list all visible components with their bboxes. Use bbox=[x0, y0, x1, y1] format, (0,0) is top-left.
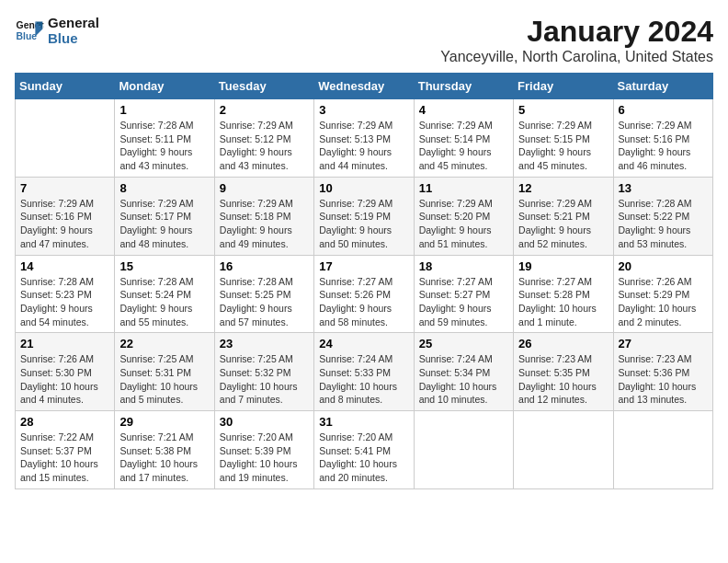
day-number: 5 bbox=[518, 103, 608, 117]
day-info: Sunrise: 7:29 AM Sunset: 5:21 PM Dayligh… bbox=[518, 197, 608, 251]
day-info: Sunrise: 7:26 AM Sunset: 5:29 PM Dayligh… bbox=[619, 275, 708, 329]
day-cell: 17Sunrise: 7:27 AM Sunset: 5:26 PM Dayli… bbox=[314, 255, 414, 333]
day-number: 14 bbox=[20, 259, 109, 273]
day-info: Sunrise: 7:28 AM Sunset: 5:24 PM Dayligh… bbox=[119, 275, 209, 329]
day-info: Sunrise: 7:29 AM Sunset: 5:12 PM Dayligh… bbox=[220, 119, 309, 173]
day-cell: 20Sunrise: 7:26 AM Sunset: 5:29 PM Dayli… bbox=[613, 255, 712, 333]
day-cell: 21Sunrise: 7:26 AM Sunset: 5:30 PM Dayli… bbox=[16, 333, 115, 411]
day-cell bbox=[613, 411, 712, 489]
week-row-4: 21Sunrise: 7:26 AM Sunset: 5:30 PM Dayli… bbox=[16, 333, 713, 411]
day-number: 1 bbox=[119, 103, 209, 117]
day-cell: 29Sunrise: 7:21 AM Sunset: 5:38 PM Dayli… bbox=[115, 411, 214, 489]
logo-line1: General bbox=[48, 15, 99, 30]
day-cell: 18Sunrise: 7:27 AM Sunset: 5:27 PM Dayli… bbox=[414, 255, 513, 333]
header-cell-monday: Monday bbox=[115, 74, 214, 99]
day-number: 18 bbox=[419, 259, 508, 273]
day-cell: 11Sunrise: 7:29 AM Sunset: 5:20 PM Dayli… bbox=[414, 177, 513, 255]
day-cell: 16Sunrise: 7:28 AM Sunset: 5:25 PM Dayli… bbox=[214, 255, 313, 333]
subtitle: Yanceyville, North Carolina, United Stat… bbox=[440, 49, 713, 65]
day-number: 8 bbox=[119, 181, 209, 195]
day-cell: 14Sunrise: 7:28 AM Sunset: 5:23 PM Dayli… bbox=[16, 255, 115, 333]
day-info: Sunrise: 7:29 AM Sunset: 5:14 PM Dayligh… bbox=[419, 119, 508, 173]
week-row-1: 1Sunrise: 7:28 AM Sunset: 5:11 PM Daylig… bbox=[16, 99, 713, 178]
day-cell: 5Sunrise: 7:29 AM Sunset: 5:15 PM Daylig… bbox=[514, 99, 613, 178]
header-cell-tuesday: Tuesday bbox=[214, 74, 313, 99]
day-cell: 22Sunrise: 7:25 AM Sunset: 5:31 PM Dayli… bbox=[115, 333, 214, 411]
day-info: Sunrise: 7:26 AM Sunset: 5:30 PM Dayligh… bbox=[20, 352, 109, 407]
day-cell: 4Sunrise: 7:29 AM Sunset: 5:14 PM Daylig… bbox=[414, 99, 513, 178]
day-info: Sunrise: 7:23 AM Sunset: 5:35 PM Dayligh… bbox=[518, 352, 608, 407]
day-number: 31 bbox=[319, 415, 408, 429]
day-cell: 23Sunrise: 7:25 AM Sunset: 5:32 PM Dayli… bbox=[214, 333, 313, 411]
week-row-3: 14Sunrise: 7:28 AM Sunset: 5:23 PM Dayli… bbox=[16, 255, 713, 333]
day-info: Sunrise: 7:25 AM Sunset: 5:31 PM Dayligh… bbox=[119, 352, 209, 407]
day-info: Sunrise: 7:29 AM Sunset: 5:16 PM Dayligh… bbox=[20, 197, 109, 251]
day-cell: 1Sunrise: 7:28 AM Sunset: 5:11 PM Daylig… bbox=[115, 99, 214, 178]
day-cell: 28Sunrise: 7:22 AM Sunset: 5:37 PM Dayli… bbox=[16, 411, 115, 489]
header-cell-sunday: Sunday bbox=[16, 74, 115, 99]
day-info: Sunrise: 7:28 AM Sunset: 5:11 PM Dayligh… bbox=[119, 119, 209, 173]
day-info: Sunrise: 7:29 AM Sunset: 5:18 PM Dayligh… bbox=[220, 197, 309, 251]
day-info: Sunrise: 7:24 AM Sunset: 5:33 PM Dayligh… bbox=[319, 352, 408, 407]
day-number: 16 bbox=[220, 259, 309, 273]
day-info: Sunrise: 7:29 AM Sunset: 5:16 PM Dayligh… bbox=[619, 119, 708, 173]
day-cell bbox=[414, 411, 513, 489]
day-number: 10 bbox=[319, 181, 408, 195]
day-info: Sunrise: 7:21 AM Sunset: 5:38 PM Dayligh… bbox=[119, 431, 209, 485]
calendar-header-row: SundayMondayTuesdayWednesdayThursdayFrid… bbox=[16, 74, 713, 99]
day-number: 24 bbox=[319, 337, 408, 350]
day-cell: 6Sunrise: 7:29 AM Sunset: 5:16 PM Daylig… bbox=[613, 99, 712, 178]
title-block: January 2024 Yanceyville, North Carolina… bbox=[440, 15, 713, 65]
day-info: Sunrise: 7:22 AM Sunset: 5:37 PM Dayligh… bbox=[20, 431, 109, 485]
day-info: Sunrise: 7:27 AM Sunset: 5:28 PM Dayligh… bbox=[518, 275, 608, 329]
day-info: Sunrise: 7:29 AM Sunset: 5:17 PM Dayligh… bbox=[119, 197, 209, 251]
day-number: 17 bbox=[319, 259, 408, 273]
day-info: Sunrise: 7:29 AM Sunset: 5:15 PM Dayligh… bbox=[518, 119, 608, 173]
day-number: 26 bbox=[518, 337, 608, 350]
day-number: 21 bbox=[20, 337, 109, 350]
day-cell: 2Sunrise: 7:29 AM Sunset: 5:12 PM Daylig… bbox=[214, 99, 313, 178]
day-info: Sunrise: 7:20 AM Sunset: 5:39 PM Dayligh… bbox=[220, 431, 309, 485]
day-cell: 30Sunrise: 7:20 AM Sunset: 5:39 PM Dayli… bbox=[214, 411, 313, 489]
day-info: Sunrise: 7:28 AM Sunset: 5:23 PM Dayligh… bbox=[20, 275, 109, 329]
day-cell: 31Sunrise: 7:20 AM Sunset: 5:41 PM Dayli… bbox=[314, 411, 414, 489]
day-cell: 3Sunrise: 7:29 AM Sunset: 5:13 PM Daylig… bbox=[314, 99, 414, 178]
day-number: 19 bbox=[518, 259, 608, 273]
day-number: 30 bbox=[220, 415, 309, 429]
header-cell-saturday: Saturday bbox=[613, 74, 712, 99]
day-cell: 19Sunrise: 7:27 AM Sunset: 5:28 PM Dayli… bbox=[514, 255, 613, 333]
day-cell: 15Sunrise: 7:28 AM Sunset: 5:24 PM Dayli… bbox=[115, 255, 214, 333]
day-cell: 7Sunrise: 7:29 AM Sunset: 5:16 PM Daylig… bbox=[16, 177, 115, 255]
logo-line2: Blue bbox=[48, 30, 99, 46]
day-number: 13 bbox=[619, 181, 708, 195]
day-info: Sunrise: 7:28 AM Sunset: 5:22 PM Dayligh… bbox=[619, 197, 708, 251]
day-number: 15 bbox=[119, 259, 209, 273]
day-number: 9 bbox=[220, 181, 309, 195]
day-info: Sunrise: 7:25 AM Sunset: 5:32 PM Dayligh… bbox=[220, 352, 309, 407]
day-cell: 27Sunrise: 7:23 AM Sunset: 5:36 PM Dayli… bbox=[613, 333, 712, 411]
day-cell: 8Sunrise: 7:29 AM Sunset: 5:17 PM Daylig… bbox=[115, 177, 214, 255]
day-cell: 26Sunrise: 7:23 AM Sunset: 5:35 PM Dayli… bbox=[514, 333, 613, 411]
header-cell-wednesday: Wednesday bbox=[314, 74, 414, 99]
day-number: 23 bbox=[220, 337, 309, 350]
svg-text:Blue: Blue bbox=[17, 31, 38, 41]
week-row-2: 7Sunrise: 7:29 AM Sunset: 5:16 PM Daylig… bbox=[16, 177, 713, 255]
day-number: 22 bbox=[119, 337, 209, 350]
header-cell-thursday: Thursday bbox=[414, 74, 513, 99]
day-number: 2 bbox=[220, 103, 309, 117]
day-cell bbox=[514, 411, 613, 489]
day-number: 28 bbox=[20, 415, 109, 429]
day-number: 29 bbox=[119, 415, 209, 429]
page-header: General Blue General Blue January 2024 Y… bbox=[15, 15, 713, 65]
day-number: 12 bbox=[518, 181, 608, 195]
day-info: Sunrise: 7:29 AM Sunset: 5:13 PM Dayligh… bbox=[319, 119, 408, 173]
day-info: Sunrise: 7:24 AM Sunset: 5:34 PM Dayligh… bbox=[419, 352, 508, 407]
day-cell: 24Sunrise: 7:24 AM Sunset: 5:33 PM Dayli… bbox=[314, 333, 414, 411]
main-title: January 2024 bbox=[440, 15, 713, 49]
week-row-5: 28Sunrise: 7:22 AM Sunset: 5:37 PM Dayli… bbox=[16, 411, 713, 489]
day-number: 7 bbox=[20, 181, 109, 195]
day-number: 20 bbox=[619, 259, 708, 273]
day-cell bbox=[16, 99, 115, 178]
day-cell: 25Sunrise: 7:24 AM Sunset: 5:34 PM Dayli… bbox=[414, 333, 513, 411]
day-info: Sunrise: 7:20 AM Sunset: 5:41 PM Dayligh… bbox=[319, 431, 408, 485]
